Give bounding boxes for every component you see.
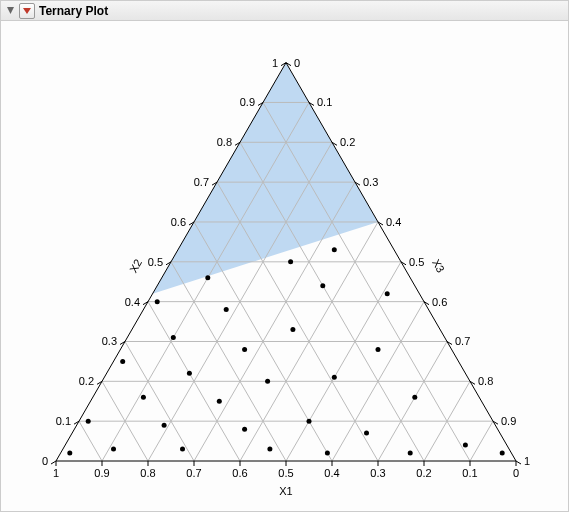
data-point	[141, 395, 146, 400]
svg-text:1: 1	[53, 467, 59, 479]
data-point	[111, 447, 116, 452]
svg-text:0.8: 0.8	[140, 467, 155, 479]
data-point	[332, 247, 337, 252]
svg-text:0.3: 0.3	[363, 176, 378, 188]
svg-line-3	[102, 102, 309, 461]
svg-text:0.7: 0.7	[194, 176, 209, 188]
svg-text:0.5: 0.5	[409, 256, 424, 268]
svg-text:0.4: 0.4	[125, 296, 140, 308]
ternary-plot-menu-button[interactable]	[19, 3, 35, 19]
data-point	[408, 451, 413, 456]
data-point	[500, 451, 505, 456]
svg-text:0.1: 0.1	[317, 96, 332, 108]
svg-marker-1	[23, 8, 31, 14]
svg-text:0.8: 0.8	[478, 375, 493, 387]
svg-text:0.3: 0.3	[370, 467, 385, 479]
svg-line-93	[516, 461, 521, 464]
data-point	[267, 447, 272, 452]
svg-line-21	[378, 341, 447, 461]
data-point	[205, 275, 210, 280]
data-point	[180, 447, 185, 452]
data-point	[463, 443, 468, 448]
svg-text:0: 0	[294, 57, 300, 69]
data-point	[320, 283, 325, 288]
data-point	[224, 307, 229, 312]
svg-text:0.2: 0.2	[79, 375, 94, 387]
svg-text:0.2: 0.2	[340, 136, 355, 148]
svg-text:0: 0	[513, 467, 519, 479]
data-point	[325, 451, 330, 456]
svg-text:0.1: 0.1	[462, 467, 477, 479]
svg-line-28	[79, 421, 102, 461]
data-point	[120, 359, 125, 364]
panel-header: Ternary Plot	[1, 1, 568, 21]
svg-marker-0	[7, 7, 14, 14]
svg-text:1: 1	[272, 57, 278, 69]
svg-line-51	[51, 461, 56, 464]
data-point	[265, 379, 270, 384]
svg-text:0.9: 0.9	[94, 467, 109, 479]
data-point	[242, 347, 247, 352]
svg-text:0.7: 0.7	[455, 335, 470, 347]
svg-text:0.6: 0.6	[171, 216, 186, 228]
svg-text:0.1: 0.1	[56, 415, 71, 427]
panel-title: Ternary Plot	[39, 4, 108, 18]
axis-label-x2: X2	[127, 257, 144, 275]
svg-text:0.6: 0.6	[232, 467, 247, 479]
svg-text:0: 0	[42, 455, 48, 467]
ternary-plot-area[interactable]: 10.90.80.70.60.50.40.30.20.1000.10.20.30…	[1, 21, 568, 511]
svg-line-4	[263, 102, 470, 461]
data-point	[155, 299, 160, 304]
svg-text:0.9: 0.9	[501, 415, 516, 427]
data-point	[376, 347, 381, 352]
data-point	[288, 259, 293, 264]
ternary-plot-svg: 10.90.80.70.60.50.40.30.20.1000.10.20.30…	[1, 21, 568, 511]
svg-text:0.6: 0.6	[432, 296, 447, 308]
svg-line-27	[470, 421, 493, 461]
ternary-plot-panel: Ternary Plot 10.90.80.70.60.50.40.30.20.…	[0, 0, 569, 512]
data-point	[171, 335, 176, 340]
svg-text:0.5: 0.5	[278, 467, 293, 479]
svg-text:0.2: 0.2	[416, 467, 431, 479]
disclosure-triangle-icon[interactable]	[5, 6, 15, 16]
data-point	[307, 419, 312, 424]
data-point	[86, 419, 91, 424]
svg-text:0.5: 0.5	[148, 256, 163, 268]
svg-line-15	[286, 262, 401, 461]
data-point	[412, 395, 417, 400]
svg-line-22	[125, 341, 194, 461]
data-point	[290, 327, 295, 332]
data-point	[162, 423, 167, 428]
svg-text:0.3: 0.3	[102, 335, 117, 347]
data-point	[385, 291, 390, 296]
svg-text:0.4: 0.4	[324, 467, 339, 479]
data-point	[217, 399, 222, 404]
svg-text:0.4: 0.4	[386, 216, 401, 228]
data-point	[332, 375, 337, 380]
svg-line-16	[171, 262, 286, 461]
data-point	[364, 431, 369, 436]
data-point	[67, 451, 72, 456]
svg-text:0.7: 0.7	[186, 467, 201, 479]
svg-text:0.9: 0.9	[240, 96, 255, 108]
axis-label-x3: X3	[430, 257, 447, 275]
svg-text:0.8: 0.8	[217, 136, 232, 148]
data-point	[187, 371, 192, 376]
svg-text:1: 1	[524, 455, 530, 467]
data-point	[242, 427, 247, 432]
axis-label-x1: X1	[279, 485, 292, 497]
